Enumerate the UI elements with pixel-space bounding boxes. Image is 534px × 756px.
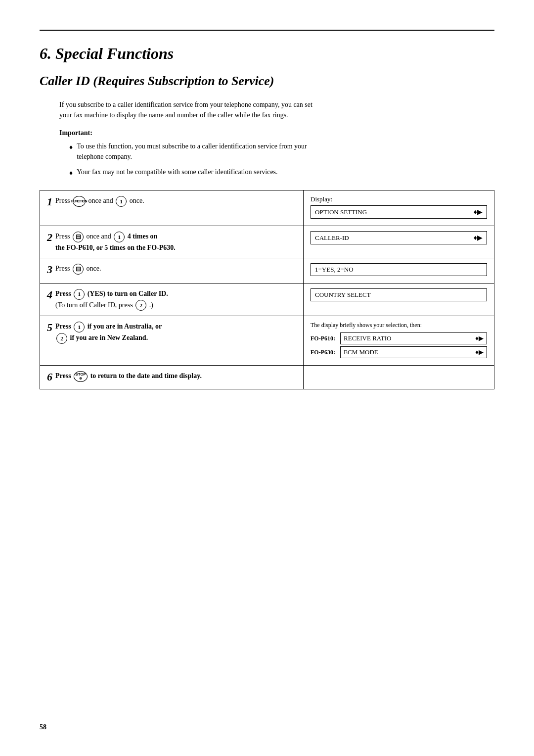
step-left-2: 2 Press ⊟ once and 1 4 times onthe FO-P6… xyxy=(40,226,304,258)
page-number: 58 xyxy=(40,723,46,731)
top-rule xyxy=(40,30,494,31)
stop-button-icon: STOP⊕ xyxy=(74,371,88,382)
step-number: 2 xyxy=(47,231,52,244)
step-right-1: Display: OPTION SETTING ♦▶ xyxy=(304,190,494,226)
step-right-4: COUNTRY SELECT xyxy=(304,283,494,316)
display-row-610: FO-P610: RECEIVE RATIO ♦▶ xyxy=(311,332,487,344)
number-1-icon: 1 xyxy=(74,289,85,300)
bullet-text: To use this function, you must subscribe… xyxy=(77,141,326,162)
steps-table: 1 Press FUNCTION once and 1 once. Displa… xyxy=(40,190,494,389)
display-box-receive: RECEIVE RATIO ♦▶ xyxy=(340,332,487,344)
ecm-mode-text: ECM MODE xyxy=(344,348,378,356)
arrow-icon: ♦▶ xyxy=(474,234,483,242)
step-left-5: 5 Press 1 if you are in Australia, or 2 … xyxy=(40,316,304,366)
bullet-icon: ♦ xyxy=(69,142,73,162)
model-label-630: FO-P630: xyxy=(311,349,340,356)
bullet-text: Your fax may not be compatible with some… xyxy=(77,167,277,178)
table-row: 4 Press 1 (YES) to turn on Caller ID. (T… xyxy=(40,283,494,316)
step-content: Press FUNCTION once and 1 once. xyxy=(55,195,296,207)
number-1-icon: 1 xyxy=(116,196,127,207)
display-text: 1=YES, 2=NO xyxy=(315,266,354,273)
step-number: 3 xyxy=(47,263,52,276)
step-text: Press 1 (YES) to turn on Caller ID. (To … xyxy=(55,290,168,309)
number-1-icon: 1 xyxy=(114,232,125,242)
display-label: Display: xyxy=(311,195,487,203)
table-row: 1 Press FUNCTION once and 1 once. Displa… xyxy=(40,190,494,226)
enter-button-icon: ⊟ xyxy=(73,232,84,242)
arrow-icon: ♦▶ xyxy=(475,334,484,342)
step-number: 4 xyxy=(47,288,52,301)
step-number: 6 xyxy=(47,371,52,383)
display-text: CALLER-ID xyxy=(315,234,349,242)
display-box: 1=YES, 2=NO xyxy=(311,263,487,276)
number-2-icon: 2 xyxy=(56,333,67,344)
function-button-icon: FUNCTION xyxy=(73,196,86,207)
table-row: 6 Press STOP⊕ to return to the date and … xyxy=(40,366,494,389)
step-left-4: 4 Press 1 (YES) to turn on Caller ID. (T… xyxy=(40,283,304,316)
intro-text: If you subscribe to a caller identificat… xyxy=(40,99,316,120)
table-row: 2 Press ⊟ once and 1 4 times onthe FO-P6… xyxy=(40,226,494,258)
step-content: Press ⊟ once and 1 4 times onthe FO-P610… xyxy=(55,231,296,253)
step-text: Press FUNCTION once and 1 once. xyxy=(55,197,144,204)
step-content: Press 1 (YES) to turn on Caller ID. (To … xyxy=(55,288,296,311)
step-left-1: 1 Press FUNCTION once and 1 once. xyxy=(40,190,304,226)
step-right-5: The display briefly shows your selection… xyxy=(304,316,494,366)
arrow-icon: ♦▶ xyxy=(474,208,483,216)
display-row-630: FO-P630: ECM MODE ♦▶ xyxy=(311,346,487,358)
display-box: OPTION SETTING ♦▶ xyxy=(311,205,487,219)
step-content: Press ⊟ once. xyxy=(55,263,296,275)
step-left-6: 6 Press STOP⊕ to return to the date and … xyxy=(40,366,304,389)
step-left-3: 3 Press ⊟ once. xyxy=(40,258,304,283)
briefly-text: The display briefly shows your selection… xyxy=(311,321,487,330)
bullet-list: ♦ To use this function, you must subscri… xyxy=(40,141,494,178)
model-label-610: FO-P610: xyxy=(311,335,340,342)
nested-display: FO-P610: RECEIVE RATIO ♦▶ FO-P630: ECM M… xyxy=(311,332,487,358)
number-1-icon: 1 xyxy=(74,322,85,332)
step-text: Press ⊟ once and 1 4 times onthe FO-P610… xyxy=(55,233,176,251)
arrow-icon: ♦▶ xyxy=(475,348,484,356)
section-title: Caller ID (Requires Subscription to Serv… xyxy=(40,74,494,89)
chapter-title: 6. Special Functions xyxy=(40,45,494,63)
step-number: 5 xyxy=(47,321,52,334)
enter-button-icon: ⊟ xyxy=(73,264,84,275)
display-box-ecm: ECM MODE ♦▶ xyxy=(340,346,487,358)
display-box-country-select: COUNTRY SELECT xyxy=(311,288,487,301)
step-content: Press 1 if you are in Australia, or 2 if… xyxy=(55,321,296,344)
country-select-text: COUNTRY SELECT xyxy=(315,291,371,298)
step-text: Press 1 if you are in Australia, or 2 if… xyxy=(55,323,162,341)
display-text: OPTION SETTING xyxy=(315,208,367,216)
step-content: Press STOP⊕ to return to the date and ti… xyxy=(55,371,296,382)
step-right-3: 1=YES, 2=NO xyxy=(304,258,494,283)
step-text: Press ⊟ once. xyxy=(55,265,101,272)
page: 6. Special Functions Caller ID (Requires… xyxy=(0,0,534,756)
step-number: 1 xyxy=(47,195,52,208)
step-right-6 xyxy=(304,366,494,389)
receive-ratio-text: RECEIVE RATIO xyxy=(344,334,391,342)
list-item: ♦ Your fax may not be compatible with so… xyxy=(69,167,326,178)
table-row: 3 Press ⊟ once. 1=YES, 2=NO xyxy=(40,258,494,283)
step-right-2: CALLER-ID ♦▶ xyxy=(304,226,494,258)
bullet-icon: ♦ xyxy=(69,168,73,178)
important-label: Important: xyxy=(40,129,494,137)
number-2-icon: 2 xyxy=(135,300,146,311)
step-text: Press STOP⊕ to return to the date and ti… xyxy=(55,372,202,379)
table-row: 5 Press 1 if you are in Australia, or 2 … xyxy=(40,316,494,366)
list-item: ♦ To use this function, you must subscri… xyxy=(69,141,326,162)
display-box: CALLER-ID ♦▶ xyxy=(311,231,487,244)
